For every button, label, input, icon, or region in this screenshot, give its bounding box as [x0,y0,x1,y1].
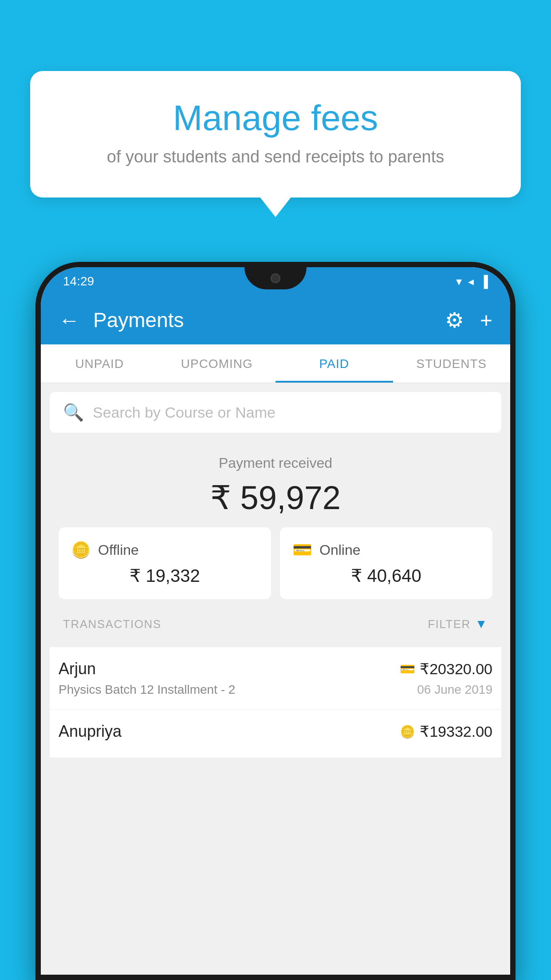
tab-upcoming[interactable]: UPCOMING [158,344,276,383]
status-icons: ▾ ◂ ▐ [456,275,488,288]
search-bar[interactable]: 🔍 Search by Course or Name [50,392,501,433]
filter-button[interactable]: FILTER ▼ [428,617,488,631]
app-bar: ← Payments ⚙ + [41,296,510,344]
transactions-label: TRANSACTIONS [63,617,161,631]
transaction-name-1: Arjun [59,660,96,678]
transactions-header: TRANSACTIONS FILTER ▼ [59,608,492,638]
transaction-amount-2: ₹19332.00 [420,723,492,740]
transaction-amount-row-2: 🪙 ₹19332.00 [400,723,492,740]
filter-icon: ▼ [475,617,488,631]
speech-bubble-title: Manage fees [66,98,485,138]
payment-cards: 🪙 Offline ₹ 19,332 💳 Online ₹ 40,640 [59,527,492,599]
transaction-item-2[interactable]: Anupriya 🪙 ₹19332.00 [50,710,501,758]
transaction-payment-icon-2: 🪙 [400,724,415,739]
notch-camera [271,273,280,283]
online-card: 💳 Online ₹ 40,640 [280,527,492,599]
notch [244,267,307,289]
transaction-amount-1: ₹20320.00 [420,660,492,678]
content-area: 🔍 Search by Course or Name Payment recei… [41,383,510,767]
transaction-amount-row-1: 💳 ₹20320.00 [400,660,492,678]
back-button[interactable]: ← [59,308,80,332]
online-amount: ₹ 40,640 [292,565,480,586]
online-label: Online [319,542,361,558]
status-time: 14:29 [63,274,94,288]
online-card-header: 💳 Online [292,541,480,559]
search-input-placeholder: Search by Course or Name [93,404,276,421]
payment-received-label: Payment received [59,455,492,471]
tab-unpaid[interactable]: UNPAID [41,344,158,383]
tab-paid[interactable]: PAID [276,344,393,383]
wifi-icon: ▾ [456,275,462,288]
app-bar-actions: ⚙ + [445,308,492,332]
offline-amount: ₹ 19,332 [71,565,259,586]
payment-received-amount: ₹ 59,972 [59,478,492,517]
phone-frame: 14:29 ▾ ◂ ▐ ← Payments ⚙ + UNPAID UPCO [35,262,516,980]
transactions-list: Arjun 💳 ₹20320.00 Physics Batch 12 Insta… [50,647,501,758]
offline-label: Offline [98,542,139,558]
transaction-item[interactable]: Arjun 💳 ₹20320.00 Physics Batch 12 Insta… [50,647,501,710]
battery-icon: ▐ [480,275,488,288]
filter-label: FILTER [428,617,471,631]
transaction-name-2: Anupriya [59,722,122,741]
phone-screen: 14:29 ▾ ◂ ▐ ← Payments ⚙ + UNPAID UPCO [41,267,510,975]
search-icon: 🔍 [63,403,84,422]
signal-icon: ◂ [468,275,474,288]
offline-card-header: 🪙 Offline [71,541,259,559]
transaction-detail-row-1: Physics Batch 12 Installment - 2 06 June… [59,683,492,697]
offline-card: 🪙 Offline ₹ 19,332 [59,527,271,599]
tab-students[interactable]: STUDENTS [393,344,511,383]
add-button[interactable]: + [480,308,492,332]
online-icon: 💳 [292,541,312,559]
payment-received-section: Payment received ₹ 59,972 🪙 Offline ₹ 19… [50,442,501,647]
speech-bubble: Manage fees of your students and send re… [30,71,521,198]
offline-icon: 🪙 [71,541,91,559]
gear-icon[interactable]: ⚙ [445,308,464,332]
transaction-row-2: Anupriya 🪙 ₹19332.00 [59,722,492,741]
transaction-payment-icon-1: 💳 [400,662,415,676]
speech-bubble-subtitle: of your students and send receipts to pa… [66,147,485,166]
tab-bar: UNPAID UPCOMING PAID STUDENTS [41,344,510,383]
transaction-date-1: 06 June 2019 [417,683,492,697]
status-bar: 14:29 ▾ ◂ ▐ [41,267,510,296]
transaction-row-1: Arjun 💳 ₹20320.00 [59,660,492,678]
transaction-course-1: Physics Batch 12 Installment - 2 [59,683,235,697]
app-bar-title: Payments [93,308,445,332]
